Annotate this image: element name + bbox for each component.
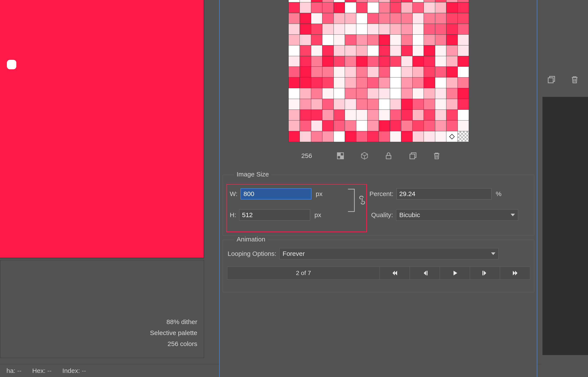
color-swatch[interactable] xyxy=(300,0,311,2)
color-swatch[interactable] xyxy=(446,35,457,45)
color-swatch[interactable] xyxy=(322,56,333,67)
color-swatch[interactable] xyxy=(334,99,345,109)
quality-dropdown[interactable]: Bicubic xyxy=(396,209,518,221)
color-swatch[interactable] xyxy=(390,0,401,2)
color-swatch[interactable] xyxy=(289,0,300,2)
color-swatch[interactable] xyxy=(356,45,367,56)
height-input[interactable] xyxy=(239,209,310,221)
color-swatch[interactable] xyxy=(322,35,333,45)
color-swatch[interactable] xyxy=(458,131,469,142)
color-swatch[interactable] xyxy=(446,24,457,35)
color-swatch[interactable] xyxy=(311,45,322,56)
color-swatch[interactable] xyxy=(356,13,367,24)
color-swatch[interactable] xyxy=(413,110,424,120)
color-swatch[interactable] xyxy=(345,110,356,120)
color-swatch[interactable] xyxy=(424,67,435,77)
color-swatch[interactable] xyxy=(289,2,300,13)
color-swatch[interactable] xyxy=(458,45,469,56)
color-swatch[interactable] xyxy=(424,35,435,45)
color-swatch[interactable] xyxy=(413,56,424,67)
color-swatch[interactable] xyxy=(435,131,446,142)
color-swatch[interactable] xyxy=(311,120,322,131)
color-swatch[interactable] xyxy=(446,67,457,77)
color-swatch[interactable] xyxy=(401,45,412,56)
color-swatch[interactable] xyxy=(401,131,412,142)
color-swatch[interactable] xyxy=(367,56,378,67)
color-swatch[interactable] xyxy=(322,24,333,35)
color-swatch[interactable] xyxy=(413,2,424,13)
color-swatch[interactable] xyxy=(424,0,435,2)
new-panel-icon[interactable] xyxy=(547,75,555,84)
color-swatch[interactable] xyxy=(390,35,401,45)
color-swatch[interactable] xyxy=(345,77,356,88)
prev-frame-button[interactable] xyxy=(410,267,440,279)
looping-dropdown[interactable]: Forever xyxy=(279,248,499,259)
color-swatch[interactable] xyxy=(311,88,322,99)
color-swatch[interactable] xyxy=(311,77,322,88)
color-swatch[interactable] xyxy=(289,35,300,45)
color-swatch[interactable] xyxy=(345,56,356,67)
color-swatch[interactable] xyxy=(458,120,469,131)
color-swatch[interactable] xyxy=(322,45,333,56)
color-swatch[interactable] xyxy=(367,13,378,24)
color-swatch[interactable] xyxy=(289,56,300,67)
color-swatch[interactable] xyxy=(435,2,446,13)
color-swatch[interactable] xyxy=(289,99,300,109)
color-swatch[interactable] xyxy=(289,45,300,56)
color-swatch[interactable] xyxy=(356,2,367,13)
color-swatch[interactable] xyxy=(289,88,300,99)
color-swatch[interactable] xyxy=(458,67,469,77)
color-swatch[interactable] xyxy=(345,88,356,99)
color-swatch[interactable] xyxy=(356,120,367,131)
color-swatch[interactable] xyxy=(401,99,412,109)
color-swatch[interactable] xyxy=(458,2,469,13)
lock-icon[interactable] xyxy=(384,152,393,160)
color-swatch[interactable] xyxy=(458,35,469,45)
color-swatch[interactable] xyxy=(289,77,300,88)
color-swatch[interactable] xyxy=(300,45,311,56)
color-swatch[interactable] xyxy=(345,13,356,24)
color-swatch[interactable] xyxy=(334,45,345,56)
color-swatch[interactable] xyxy=(424,77,435,88)
color-swatch[interactable] xyxy=(334,67,345,77)
color-swatch[interactable] xyxy=(311,67,322,77)
color-swatch[interactable] xyxy=(300,77,311,88)
color-swatch[interactable] xyxy=(458,88,469,99)
color-swatch[interactable] xyxy=(446,77,457,88)
color-swatch[interactable] xyxy=(413,24,424,35)
play-button[interactable] xyxy=(440,267,470,279)
color-swatch[interactable] xyxy=(458,13,469,24)
color-swatch[interactable] xyxy=(413,120,424,131)
color-swatch[interactable] xyxy=(435,110,446,120)
percent-input[interactable] xyxy=(397,188,491,200)
color-swatch[interactable] xyxy=(458,77,469,88)
color-swatch[interactable] xyxy=(345,99,356,109)
color-swatch[interactable] xyxy=(322,99,333,109)
color-swatch[interactable] xyxy=(379,77,390,88)
color-swatch[interactable] xyxy=(300,131,311,142)
color-swatch[interactable] xyxy=(289,120,300,131)
color-swatch[interactable] xyxy=(356,131,367,142)
color-swatch[interactable] xyxy=(311,131,322,142)
color-swatch[interactable] xyxy=(446,131,457,142)
color-swatch[interactable] xyxy=(345,120,356,131)
color-swatch[interactable] xyxy=(356,0,367,2)
color-swatch[interactable] xyxy=(356,99,367,109)
color-swatch[interactable] xyxy=(413,67,424,77)
color-swatch[interactable] xyxy=(300,120,311,131)
color-swatch[interactable] xyxy=(311,24,322,35)
color-swatch[interactable] xyxy=(300,110,311,120)
color-swatch[interactable] xyxy=(356,56,367,67)
transparency-icon[interactable] xyxy=(336,152,345,160)
color-swatch[interactable] xyxy=(424,120,435,131)
color-swatch[interactable] xyxy=(401,2,412,13)
color-swatch[interactable] xyxy=(446,120,457,131)
color-swatch[interactable] xyxy=(356,67,367,77)
color-swatch[interactable] xyxy=(446,0,457,2)
color-swatch[interactable] xyxy=(334,35,345,45)
color-swatch[interactable] xyxy=(424,24,435,35)
color-swatch[interactable] xyxy=(390,45,401,56)
color-swatch[interactable] xyxy=(289,110,300,120)
color-swatch[interactable] xyxy=(401,0,412,2)
color-swatch[interactable] xyxy=(435,56,446,67)
